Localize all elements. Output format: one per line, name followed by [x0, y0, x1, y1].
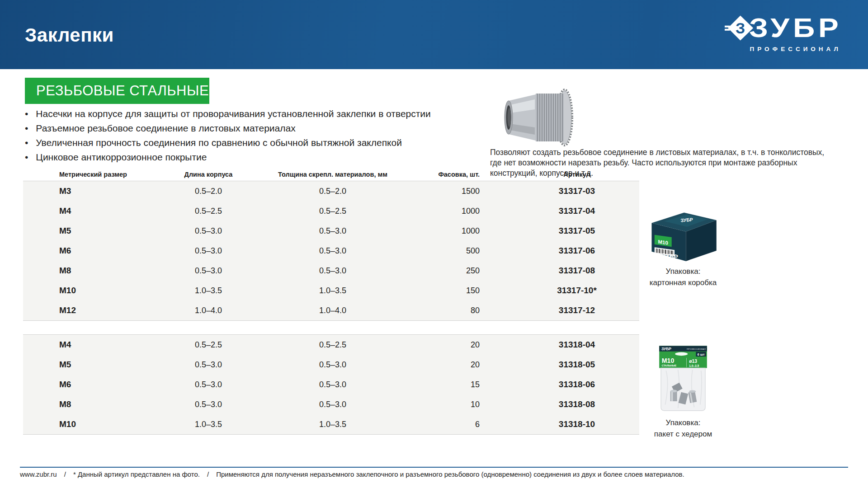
cell-material-thickness: 0.5–3.0: [267, 400, 398, 409]
footer-note-photo: * Данный артикул представлен на фото.: [73, 470, 200, 478]
cell-material-thickness: 0.5–2.5: [267, 340, 398, 350]
cell-metric-size: M12: [59, 305, 150, 315]
packaging-bag: ЗУБР ПРОФЕССИОНАЛ 6 шт М10 СТАЛЬНЫЕ ø13 …: [631, 345, 735, 440]
cell-material-thickness: 0.5–3.0: [267, 246, 398, 256]
feature-text: Насечки на корпусе для защиты от провора…: [36, 108, 430, 119]
cell-metric-size: M8: [59, 399, 150, 409]
carton-box-image: ЗУБР М10 ЗУБР: [645, 209, 722, 262]
feature-text: Разъемное резьбовое соединение в листовы…: [36, 123, 295, 133]
table-row: M8 0.5–3.0 0.5–3.0 10 31318-08: [23, 394, 639, 414]
cell-metric-size: M10: [59, 419, 150, 429]
cell-pack-qty: 250: [398, 266, 480, 276]
table-row: M12 1.0–4.0 1.0–4.0 80 31317-12: [23, 300, 639, 320]
footer: www.zubr.ru / * Данный артикул представл…: [20, 470, 684, 478]
bag-image: ЗУБР ПРОФЕССИОНАЛ 6 шт М10 СТАЛЬНЫЕ ø13 …: [653, 345, 713, 413]
bag-card-diameter: ø13: [689, 359, 697, 364]
bullet-icon: •: [25, 137, 28, 148]
cell-pack-qty: 1000: [398, 226, 480, 236]
bag-card-size: М10: [662, 357, 675, 364]
table-row: M10 1.0–3.5 1.0–3.5 150 31317-10*: [23, 281, 639, 300]
cell-body-length: 0.5–2.5: [150, 206, 267, 216]
zubr-diamond-letter: З: [736, 19, 745, 37]
category-badge-label: РЕЗЬБОВЫЕ СТАЛЬНЫЕ: [36, 83, 209, 99]
carton-brand-front: ЗУБР: [662, 252, 679, 261]
cell-body-length: 1.0–3.5: [150, 286, 267, 296]
cell-pack-qty: 500: [398, 246, 480, 256]
feature-item: • Цинковое антикоррозионное покрытие: [25, 152, 454, 162]
cell-metric-size: M6: [59, 246, 150, 256]
bullet-icon: •: [25, 123, 28, 133]
cell-pack-qty: 1000: [398, 206, 480, 216]
carton-brand-top: ЗУБР: [680, 217, 693, 223]
cell-article: 31317-04: [516, 206, 638, 216]
cell-article: 31317-10*: [516, 286, 638, 296]
cell-article: 31317-05: [516, 226, 638, 236]
footer-rule: [20, 467, 848, 468]
page-title: Заклепки: [25, 24, 114, 46]
cell-article: 31318-04: [516, 340, 638, 350]
bag-card-type: СТАЛЬНЫЕ: [662, 364, 677, 367]
brand-logo: З ЗУБР ПРОФЕССИОНАЛ: [725, 14, 842, 52]
column-header-body-length: Длина корпуса: [150, 171, 267, 178]
cell-article: 31317-03: [516, 186, 638, 196]
table-row: M3 0.5–2.0 0.5–2.0 1500 31317-03: [23, 181, 639, 201]
cell-material-thickness: 0.5–3.0: [267, 380, 398, 389]
cell-body-length: 0.5–3.0: [150, 400, 267, 409]
table-section-31317: M3 0.5–2.0 0.5–2.0 1500 31317-03 M4 0.5–…: [23, 181, 639, 321]
bag-card-range: 1.0–3.5: [689, 364, 699, 367]
table-header-row: Метрический размер Длина корпуса Толщина…: [23, 168, 639, 181]
cell-body-length: 1.0–3.5: [150, 420, 267, 429]
cell-material-thickness: 0.5–2.5: [267, 206, 398, 216]
catalog-page: Заклепки З ЗУБР ПРОФЕССИОНАЛ РЕЗЬБОВЫЕ С…: [0, 0, 868, 488]
cell-material-thickness: 1.0–3.5: [267, 420, 398, 429]
table-row: M8 0.5–3.0 0.5–3.0 250 31317-08: [23, 261, 639, 281]
footer-note-usage: Применяются для получения неразъемного з…: [216, 470, 684, 478]
cell-metric-size: M3: [59, 186, 150, 196]
cell-article: 31317-12: [516, 305, 638, 315]
cell-metric-size: M4: [59, 206, 150, 216]
cell-metric-size: M10: [59, 286, 150, 296]
website-link[interactable]: www.zubr.ru: [20, 470, 57, 478]
cell-article: 31318-10: [516, 419, 638, 429]
cell-metric-size: M8: [59, 266, 150, 276]
table-row: M5 0.5–3.0 0.5–3.0 1000 31317-05: [23, 221, 639, 241]
feature-text: Увеличенная прочность соединения по срав…: [36, 137, 402, 148]
cell-pack-qty: 150: [398, 286, 480, 296]
footer-separator: /: [64, 470, 66, 478]
cell-metric-size: M5: [59, 226, 150, 236]
cell-body-length: 0.5–3.0: [150, 266, 267, 276]
footer-separator: /: [207, 470, 209, 478]
feature-list: • Насечки на корпусе для защиты от прово…: [25, 108, 454, 166]
table-section-31318: M4 0.5–2.5 0.5–2.5 20 31318-04 M5 0.5–3.…: [23, 334, 639, 435]
table-row: M6 0.5–3.0 0.5–3.0 500 31317-06: [23, 241, 639, 261]
spec-table: Метрический размер Длина корпуса Толщина…: [23, 168, 639, 435]
cell-body-length: 0.5–2.0: [150, 187, 267, 196]
cell-pack-qty: 10: [398, 400, 480, 409]
bag-caption: Упаковка: пакет с хедером: [631, 418, 735, 440]
cell-body-length: 0.5–3.0: [150, 226, 267, 236]
brand-subtitle: ПРОФЕССИОНАЛ: [750, 46, 841, 52]
cell-pack-qty: 20: [398, 340, 480, 350]
bullet-icon: •: [25, 108, 28, 119]
cell-article: 31318-05: [516, 360, 638, 370]
cell-pack-qty: 1500: [398, 187, 480, 196]
cell-material-thickness: 0.5–3.0: [267, 226, 398, 236]
brand-name: ЗУБР: [749, 14, 842, 42]
column-header-metric-size: Метрический размер: [59, 171, 150, 178]
cell-article: 31318-08: [516, 399, 638, 409]
cell-material-thickness: 0.5–3.0: [267, 360, 398, 370]
column-header-material-thickness: Толщина скрепл. материалов, мм: [267, 171, 398, 178]
bag-card-brand-sub: ПРОФЕССИОНАЛ: [687, 348, 706, 350]
cell-body-length: 0.5–3.0: [150, 380, 267, 389]
cell-article: 31318-06: [516, 380, 638, 389]
category-badge: РЕЗЬБОВЫЕ СТАЛЬНЫЕ: [25, 78, 209, 104]
cell-body-length: 0.5–3.0: [150, 360, 267, 370]
rivet-nut-photo: [500, 88, 576, 149]
table-row: M5 0.5–3.0 0.5–3.0 20 31318-05: [23, 355, 639, 375]
cell-article: 31317-06: [516, 246, 638, 256]
bag-card-brand: ЗУБР: [661, 347, 671, 351]
cell-metric-size: M5: [59, 360, 150, 370]
cell-metric-size: M6: [59, 380, 150, 389]
cell-body-length: 1.0–4.0: [150, 306, 267, 315]
page-header: Заклепки З ЗУБР ПРОФЕССИОНАЛ: [0, 0, 868, 69]
